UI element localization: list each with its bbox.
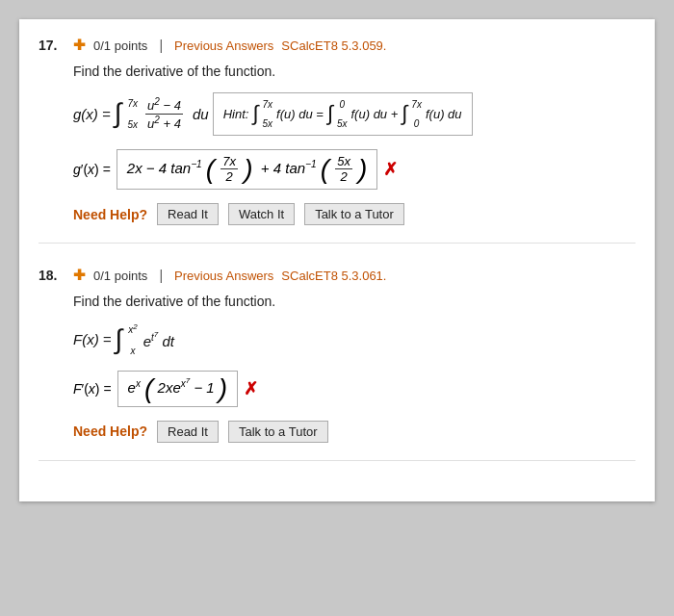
integral-symbol-17: ∫ (115, 100, 122, 127)
upper-limit-17: 7x (127, 98, 138, 115)
frac2: 5x 2 (335, 154, 352, 185)
upper-18: x2 (128, 322, 137, 341)
need-help-17: Need Help? Read It Watch It Talk to a Tu… (73, 203, 635, 225)
du-17: du (189, 106, 209, 122)
page: 17. ✚ 0/1 points | Previous Answers SCal… (19, 19, 655, 501)
add-icon-18: ✚ (73, 267, 86, 284)
hint-label: Hint: (223, 107, 249, 121)
integrand-17: u2 − 4 u2 + 4 (145, 96, 183, 132)
problem-17-body: Find the derivative of the function. g(x… (39, 64, 635, 225)
add-icon-17: ✚ (73, 37, 86, 54)
Fx-label: F(x) = (73, 331, 112, 347)
problem-17: 17. ✚ 0/1 points | Previous Answers SCal… (39, 37, 635, 244)
rparen1: ) (244, 154, 252, 184)
Fx-formula: F(x) = ∫ x2 x et7 dt (73, 322, 635, 357)
hint-fu: f(u) du = (276, 107, 324, 121)
need-help-label-18: Need Help? (73, 424, 147, 439)
hint-integral3: ∫ (402, 103, 407, 124)
problem-18-number: 18. (39, 268, 65, 283)
problem-17-number: 17. (39, 38, 65, 53)
integral-limits-17: 7x 5x (127, 98, 138, 130)
need-help-18: Need Help? Read It Talk to a Tutor (73, 421, 635, 443)
problem-18-header: 18. ✚ 0/1 points | Previous Answers SCal… (39, 267, 635, 284)
hint-limits3: 7x 0 (411, 99, 422, 129)
gprime-label: g′(x) = (73, 162, 111, 177)
frac1: 7x 2 (220, 154, 238, 185)
answer-content-18: ex ( 2xex7 − 1 ) (128, 375, 228, 402)
talk-tutor-btn-18[interactable]: Talk to a Tutor (228, 421, 328, 443)
previous-18: Previous Answers (174, 269, 273, 283)
answer-17: g′(x) = 2x − 4 tan−1 ( 7x 2 ) + 4 tan−1 … (73, 149, 635, 190)
answer-box-18: ex ( 2xex7 − 1 ) (117, 371, 239, 407)
lparen2: ( (321, 154, 329, 184)
previous-17: Previous Answers (174, 38, 273, 53)
hint-upper3: 7x (411, 99, 422, 115)
hint-lower3: 0 (414, 115, 420, 129)
hint-upper2: 0 (339, 99, 345, 115)
sep-18: | (159, 268, 163, 283)
rparen2: ) (358, 154, 367, 184)
lower-limit-17: 5x (127, 115, 138, 130)
answer-18: F′(x) = ex ( 2xex7 − 1 ) ✗ (73, 371, 635, 407)
instruction-18: Find the derivative of the function. (73, 294, 635, 309)
wrong-mark-17: ✗ (383, 159, 398, 180)
hint-box-17: Hint: ∫ 7x 5x f(u) du = ∫ 0 5x f(u) du +… (213, 92, 473, 136)
rparen-18: ) (219, 373, 227, 403)
instruction-17: Find the derivative of the function. (73, 64, 635, 79)
ref-17: SCalcET8 5.3.059. (281, 38, 386, 53)
problem-18-body: Find the derivative of the function. F(x… (39, 294, 635, 443)
lower-18: x (131, 341, 136, 356)
problem-17-header: 17. ✚ 0/1 points | Previous Answers SCal… (39, 37, 635, 54)
hint-limits: 7x 5x (262, 99, 272, 129)
need-help-label-17: Need Help? (73, 207, 147, 222)
Fprime-label: F′(x) = (73, 381, 112, 397)
hint-lower: 5x (262, 115, 272, 129)
denominator-17: u2 + 4 (145, 115, 183, 132)
gx-formula: g(x) = ∫ 7x 5x u2 − 4 u2 + 4 du Hint: ∫ … (73, 92, 635, 136)
hint-fu2: f(u) du + (350, 107, 398, 121)
read-it-btn-17[interactable]: Read It (157, 203, 219, 225)
hint-limits2: 0 5x (337, 99, 348, 129)
gx-label: g(x) = (73, 106, 111, 122)
hint-upper: 7x (262, 99, 272, 115)
problem-18: 18. ✚ 0/1 points | Previous Answers SCal… (39, 267, 635, 461)
numerator-17: u2 − 4 (145, 96, 183, 115)
answer-box-17: 2x − 4 tan−1 ( 7x 2 ) + 4 tan−1 ( 5x 2 (117, 149, 378, 190)
talk-tutor-btn-17[interactable]: Talk to a Tutor (304, 203, 404, 225)
sep-17: | (159, 38, 163, 53)
ref-18: SCalcET8 5.3.061. (281, 269, 386, 283)
wrong-mark-18: ✗ (244, 378, 258, 399)
read-it-btn-18[interactable]: Read It (157, 421, 219, 443)
hint-lower2: 5x (337, 115, 348, 129)
hint-integral2: ∫ (327, 103, 333, 124)
integrand-18: et7 dt (143, 330, 174, 349)
hint-fu3: f(u) du (426, 107, 462, 121)
integral-limits-18: x2 x (128, 322, 137, 357)
points-18: 0/1 points (93, 269, 147, 283)
points-17: 0/1 points (93, 38, 147, 53)
watch-it-btn-17[interactable]: Watch It (228, 203, 295, 225)
lparen-18: ( (144, 373, 153, 403)
answer-content-17: 2x − 4 tan−1 ( 7x 2 ) + 4 tan−1 ( 5x 2 (127, 154, 368, 185)
integral-symbol-18: ∫ (116, 326, 123, 353)
lparen1: ( (206, 154, 215, 184)
hint-integral: ∫ (252, 103, 258, 124)
